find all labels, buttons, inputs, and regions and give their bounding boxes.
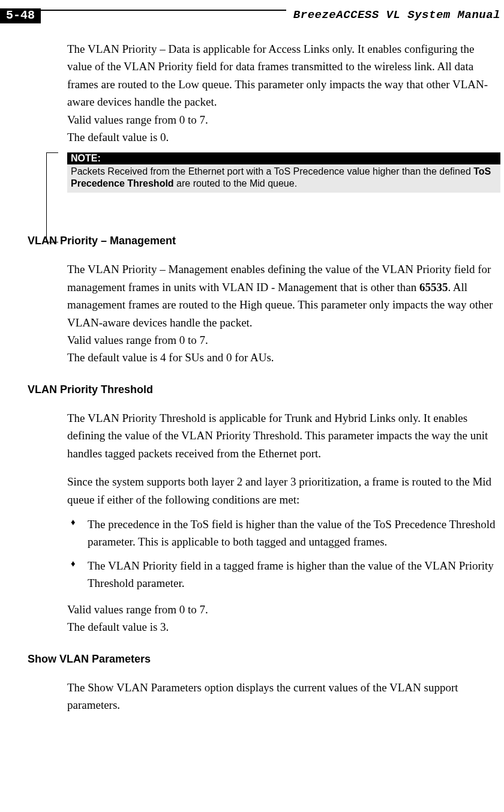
note-label: NOTE: [67,152,500,164]
heading-vlan-priority-management: VLAN Priority – Management [28,235,500,247]
s2-default: The default value is 3. [67,618,500,636]
note-body-before: Packets Received from the Ethernet port … [71,166,473,176]
note-body-after: are routed to the Mid queue. [174,178,297,188]
heading-show-vlan-parameters: Show VLAN Parameters [28,653,500,666]
s2-bullet-list: The precedence in the ToS field is highe… [67,516,500,592]
s2-p1: The VLAN Priority Threshold is applicabl… [67,409,500,462]
page-number: 5-48 [0,8,41,23]
note-box: NOTE: Packets Received from the Ethernet… [67,152,500,193]
s1-valid-values: Valid values range from 0 to 7. [67,331,500,349]
page-header: 5-48 BreezeACCESS VL System Manual [0,0,504,23]
heading-vlan-priority-threshold: VLAN Priority Threshold [28,383,500,396]
intro-paragraph: The VLAN Priority – Data is applicable f… [67,40,500,111]
s2-valid-values: Valid values range from 0 to 7. [67,601,500,618]
s1-default: The default value is 4 for SUs and 0 for… [67,349,500,366]
s1-paragraph: The VLAN Priority – Management enables d… [67,260,500,331]
intro-valid-values: Valid values range from 0 to 7. [67,111,500,128]
list-item: The VLAN Priority field in a tagged fram… [67,557,500,592]
s2-p2: Since the system supports both layer 2 a… [67,473,500,508]
list-item: The precedence in the ToS field is highe… [67,516,500,551]
note-bracket [46,152,58,242]
intro-default: The default value is 0. [67,128,500,146]
s3-p1: The Show VLAN Parameters option displays… [67,679,500,714]
s1-p1-bold: 65535 [419,281,448,293]
header-rule [41,10,286,11]
manual-title: BreezeACCESS VL System Manual [286,8,504,22]
note-body: Packets Received from the Ethernet port … [67,164,500,193]
